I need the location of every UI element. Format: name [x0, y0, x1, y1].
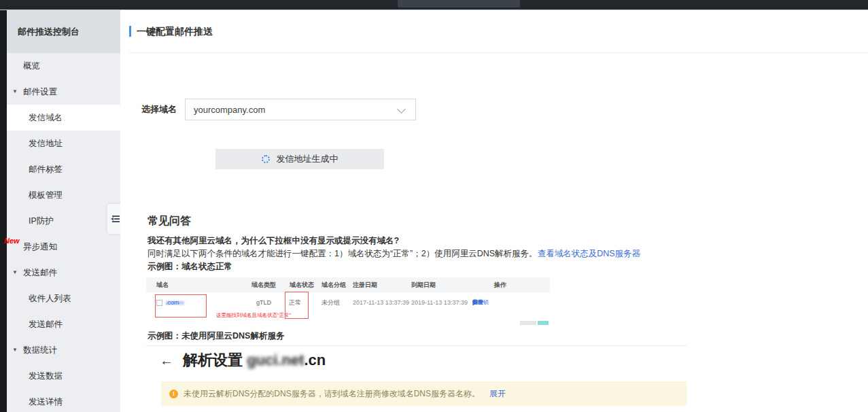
sidebar-item-label: 邮件设置	[23, 86, 57, 98]
sidebar-item-label: 收件人列表	[29, 293, 71, 305]
sidebar-item-label: 异步通知	[23, 241, 57, 253]
sidebar-item-async-notification[interactable]: New异步通知	[7, 234, 120, 260]
sidebar-item-email-tags[interactable]: 邮件标签	[7, 156, 120, 182]
domain-table-example-screenshot: 域名 域名类型 ⓘ 域名状态 域名分组 注册日期 ⇅ 到期日期 ⇅ 操作 xxx…	[146, 277, 550, 326]
caret-down-icon: ▼	[12, 270, 18, 275]
sidebar-item-send-data[interactable]: 发送数据	[7, 363, 120, 389]
sidebar-group-email-settings[interactable]: ▼邮件设置	[7, 79, 120, 105]
faq-answer-text: 同时满足以下两个条件的域名才能进行一键配置：1）域名状态为“正常”；2）使用阿里…	[147, 249, 538, 258]
sidebar-item-send-email[interactable]: 发送邮件	[7, 311, 120, 337]
domain-type-cell: gTLD	[256, 292, 271, 313]
sidebar-item-overview[interactable]: 概览	[7, 53, 120, 79]
sidebar-item-recipient-lists[interactable]: 收件人列表	[7, 286, 120, 311]
dns-status-link[interactable]: 查看域名状态及DNS服务器	[538, 249, 640, 258]
sidebar: 邮件推送控制台 概览 ▼邮件设置 发信域名 发信地址 邮件标签 模板管理 IP防…	[7, 10, 120, 412]
col-header-actions: 操作	[494, 277, 506, 292]
sidebar-group-data-statistics[interactable]: ▼数据统计	[7, 337, 120, 363]
sort-icon: ⇅	[411, 277, 416, 292]
sidebar-item-label: 数据统计	[23, 345, 57, 356]
sidebar-item-label: 模板管理	[29, 190, 63, 201]
warning-icon: !	[169, 390, 178, 398]
red-callout-box-status	[285, 292, 309, 319]
info-icon: ⓘ	[251, 277, 257, 292]
sidebar-item-sender-addresses[interactable]: 发信地址	[7, 131, 120, 156]
faq-question: 我还有其他阿里云域名，为什么下拉框中没有显示或提示没有域名?	[147, 235, 399, 247]
sidebar-group-send-email[interactable]: ▼发送邮件	[7, 260, 120, 286]
sidebar-title: 邮件推送控制台	[7, 10, 120, 53]
faq-answer: 同时满足以下两个条件的域名才能进行一键配置：1）域名状态为“正常”；2）使用阿里…	[147, 248, 640, 260]
blurred-dns-domain: guci.net	[247, 351, 304, 368]
cropped-button-fragment	[520, 321, 536, 325]
collapse-menu-icon	[111, 215, 120, 223]
header-divider	[129, 52, 868, 53]
topbar-search-box[interactable]	[398, 0, 520, 7]
sidebar-item-sending-domains[interactable]: 发信域名	[7, 105, 120, 131]
sidebar-item-template-management[interactable]: 模板管理	[7, 182, 120, 208]
sidebar-item-send-details[interactable]: 发送详情	[7, 389, 120, 412]
col-header-domain-status: 域名状态	[290, 277, 314, 292]
dns-title-text: 解析设置 guci.net.cn	[183, 350, 326, 371]
sidebar-item-ip-protection[interactable]: IP防护	[7, 208, 120, 234]
example1-label: 示例图：域名状态正常	[147, 261, 232, 273]
red-callout-box-domain	[155, 294, 207, 317]
back-arrow-icon: ←	[160, 353, 173, 368]
caret-down-icon: ▼	[12, 347, 18, 353]
chevron-down-icon	[397, 105, 406, 114]
expand-link: 展开	[489, 388, 506, 400]
example2-label: 示例图：未使用阿里云DNS解析服务	[147, 330, 284, 342]
domain-select-value: yourcompany.com	[194, 105, 265, 115]
expire-date-cell: 2019-11-13 13:37:39	[411, 292, 468, 313]
email-push-console-page: 邮件推送控制台 概览 ▼邮件设置 发信域名 发信地址 邮件标签 模板管理 IP防…	[0, 0, 868, 412]
sidebar-menu: 概览 ▼邮件设置 发信域名 发信地址 邮件标签 模板管理 IP防护 New异步通…	[7, 53, 120, 412]
sidebar-item-label: 发送邮件	[29, 319, 63, 330]
title-accent-bar	[129, 26, 131, 37]
sort-icon: ⇅	[353, 277, 358, 292]
main-content: 一键配置邮件推送 选择域名 yourcompany.com 发信地址生成中 常见…	[120, 10, 868, 412]
sidebar-item-label: 发信地址	[29, 138, 63, 150]
sidebar-item-label: 发信域名	[29, 112, 63, 124]
sidebar-item-label: 邮件标签	[29, 164, 63, 175]
sidebar-item-label: 概览	[23, 61, 40, 72]
sidebar-item-label: 发送数据	[29, 371, 63, 382]
loading-spinner-icon	[262, 155, 270, 163]
sidebar-item-label: IP防护	[29, 216, 54, 227]
sidebar-item-label: 发送详情	[29, 396, 63, 408]
red-annotation-text: 这里能找到域名且域名状态“正常”	[216, 311, 291, 320]
domain-group-cell: 未分组	[322, 292, 340, 313]
col-header-domain: 域名	[156, 277, 169, 292]
domain-select-label: 选择域名	[141, 99, 177, 120]
faq-heading: 常见问答	[147, 214, 191, 228]
col-header-domain-group: 域名分组	[322, 277, 346, 292]
sidebar-item-label: 发送邮件	[23, 267, 57, 279]
warning-text: 未使用云解析DNS分配的DNS服务器，请到域名注册商修改域名DNS服务器名称。	[184, 388, 480, 400]
new-badge: New	[4, 237, 20, 245]
left-dark-strip	[0, 10, 7, 412]
dns-warning-banner: ! 未使用云解析DNS分配的DNS服务器，请到域名注册商修改域名DNS服务器名称…	[161, 381, 687, 406]
table-header-row	[146, 277, 550, 292]
dns-settings-title: ← 解析设置 guci.net.cn	[160, 350, 326, 371]
register-date-cell: 2017-11-13 13:37:39	[353, 292, 409, 313]
manage-link: 管理	[472, 292, 483, 313]
cropped-button-fragment	[538, 321, 549, 325]
top-navbar	[0, 0, 868, 10]
generating-button-label: 发信地址生成中	[277, 153, 338, 165]
dns-settings-example-screenshot: ← 解析设置 guci.net.cn ! 未使用云解析DNS分配的DNS服务器，…	[146, 345, 687, 412]
caret-down-icon: ▼	[12, 89, 18, 95]
page-title: 一键配置邮件推送	[137, 26, 213, 37]
domain-select[interactable]: yourcompany.com	[185, 99, 416, 120]
generating-address-button[interactable]: 发信地址生成中	[215, 149, 384, 169]
